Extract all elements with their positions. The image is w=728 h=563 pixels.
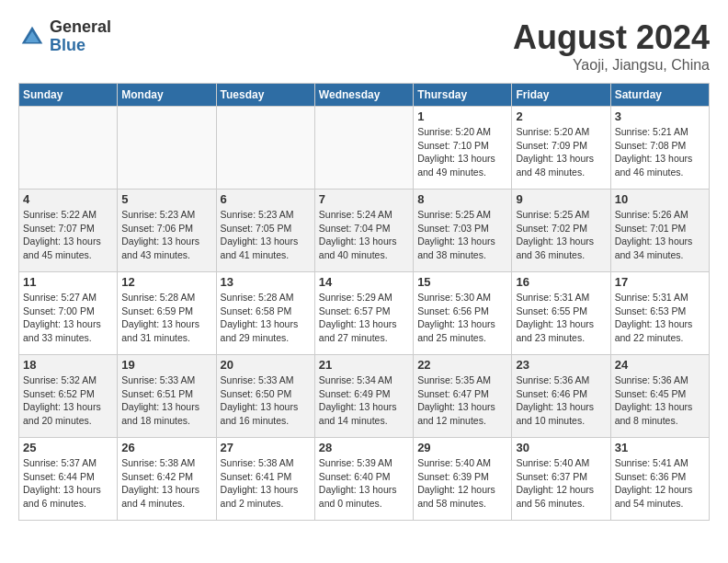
day-number: 14 bbox=[319, 275, 409, 289]
calendar-cell: 20Sunrise: 5:33 AM Sunset: 6:50 PM Dayli… bbox=[216, 355, 314, 438]
day-info: Sunrise: 5:34 AM Sunset: 6:49 PM Dayligh… bbox=[319, 373, 409, 428]
calendar-cell: 10Sunrise: 5:26 AM Sunset: 7:01 PM Dayli… bbox=[610, 190, 709, 272]
calendar-cell: 6Sunrise: 5:23 AM Sunset: 7:05 PM Daylig… bbox=[216, 190, 314, 272]
day-info: Sunrise: 5:25 AM Sunset: 7:02 PM Dayligh… bbox=[516, 208, 606, 262]
calendar-cell: 29Sunrise: 5:40 AM Sunset: 6:39 PM Dayli… bbox=[414, 438, 512, 521]
day-info: Sunrise: 5:31 AM Sunset: 6:53 PM Dayligh… bbox=[615, 291, 705, 345]
calendar-cell: 25Sunrise: 5:37 AM Sunset: 6:44 PM Dayli… bbox=[19, 438, 118, 521]
day-number: 1 bbox=[417, 109, 507, 123]
calendar-cell bbox=[314, 107, 413, 190]
weekday-header: Monday bbox=[118, 84, 216, 107]
day-info: Sunrise: 5:35 AM Sunset: 6:47 PM Dayligh… bbox=[417, 373, 507, 428]
calendar-cell: 17Sunrise: 5:31 AM Sunset: 6:53 PM Dayli… bbox=[610, 272, 709, 355]
day-number: 28 bbox=[319, 441, 409, 454]
weekday-header: Thursday bbox=[414, 84, 512, 107]
calendar-cell: 5Sunrise: 5:23 AM Sunset: 7:06 PM Daylig… bbox=[118, 190, 216, 272]
title-block: August 2024 Yaoji, Jiangsu, China bbox=[513, 18, 710, 74]
day-info: Sunrise: 5:39 AM Sunset: 6:40 PM Dayligh… bbox=[319, 456, 409, 511]
day-info: Sunrise: 5:20 AM Sunset: 7:10 PM Dayligh… bbox=[417, 125, 507, 179]
calendar-cell: 1Sunrise: 5:20 AM Sunset: 7:10 PM Daylig… bbox=[414, 107, 512, 190]
day-number: 7 bbox=[319, 192, 409, 206]
month-year: August 2024 bbox=[513, 18, 710, 57]
day-info: Sunrise: 5:24 AM Sunset: 7:04 PM Dayligh… bbox=[319, 208, 409, 262]
calendar-week-row: 11Sunrise: 5:27 AM Sunset: 7:00 PM Dayli… bbox=[19, 272, 710, 355]
day-info: Sunrise: 5:25 AM Sunset: 7:03 PM Dayligh… bbox=[417, 208, 507, 262]
calendar-cell: 26Sunrise: 5:38 AM Sunset: 6:42 PM Dayli… bbox=[118, 438, 216, 521]
calendar-week-row: 18Sunrise: 5:32 AM Sunset: 6:52 PM Dayli… bbox=[19, 355, 710, 438]
day-number: 17 bbox=[615, 275, 705, 289]
day-number: 30 bbox=[516, 441, 606, 454]
day-info: Sunrise: 5:23 AM Sunset: 7:05 PM Dayligh… bbox=[221, 208, 311, 262]
day-number: 5 bbox=[121, 192, 211, 206]
day-number: 31 bbox=[615, 441, 705, 454]
calendar-cell: 11Sunrise: 5:27 AM Sunset: 7:00 PM Dayli… bbox=[19, 272, 118, 355]
day-number: 22 bbox=[417, 358, 507, 372]
calendar-cell: 27Sunrise: 5:38 AM Sunset: 6:41 PM Dayli… bbox=[216, 438, 314, 521]
day-number: 13 bbox=[221, 275, 311, 289]
calendar-cell: 14Sunrise: 5:29 AM Sunset: 6:57 PM Dayli… bbox=[314, 272, 413, 355]
day-info: Sunrise: 5:28 AM Sunset: 6:58 PM Dayligh… bbox=[221, 291, 311, 345]
day-info: Sunrise: 5:41 AM Sunset: 6:36 PM Dayligh… bbox=[615, 456, 705, 511]
day-info: Sunrise: 5:21 AM Sunset: 7:08 PM Dayligh… bbox=[615, 125, 705, 179]
calendar-cell: 4Sunrise: 5:22 AM Sunset: 7:07 PM Daylig… bbox=[19, 190, 118, 272]
logo-icon bbox=[18, 23, 46, 51]
calendar-cell: 13Sunrise: 5:28 AM Sunset: 6:58 PM Dayli… bbox=[216, 272, 314, 355]
calendar-cell: 21Sunrise: 5:34 AM Sunset: 6:49 PM Dayli… bbox=[314, 355, 413, 438]
day-number: 24 bbox=[615, 358, 705, 372]
location: Yaoji, Jiangsu, China bbox=[513, 57, 710, 74]
day-number: 21 bbox=[319, 358, 409, 372]
calendar-cell: 18Sunrise: 5:32 AM Sunset: 6:52 PM Dayli… bbox=[19, 355, 118, 438]
day-number: 20 bbox=[221, 358, 311, 372]
day-info: Sunrise: 5:28 AM Sunset: 6:59 PM Dayligh… bbox=[121, 291, 211, 345]
day-info: Sunrise: 5:37 AM Sunset: 6:44 PM Dayligh… bbox=[23, 456, 113, 511]
day-number: 9 bbox=[516, 192, 606, 206]
logo-general: General bbox=[50, 18, 111, 37]
day-info: Sunrise: 5:40 AM Sunset: 6:39 PM Dayligh… bbox=[417, 456, 507, 511]
day-number: 10 bbox=[615, 192, 705, 206]
calendar-cell: 7Sunrise: 5:24 AM Sunset: 7:04 PM Daylig… bbox=[314, 190, 413, 272]
calendar-cell: 22Sunrise: 5:35 AM Sunset: 6:47 PM Dayli… bbox=[414, 355, 512, 438]
day-number: 23 bbox=[516, 358, 606, 372]
calendar-week-row: 1Sunrise: 5:20 AM Sunset: 7:10 PM Daylig… bbox=[19, 107, 710, 190]
calendar-cell: 2Sunrise: 5:20 AM Sunset: 7:09 PM Daylig… bbox=[512, 107, 610, 190]
calendar-cell: 30Sunrise: 5:40 AM Sunset: 6:37 PM Dayli… bbox=[512, 438, 610, 521]
day-info: Sunrise: 5:22 AM Sunset: 7:07 PM Dayligh… bbox=[23, 208, 113, 262]
calendar-cell: 24Sunrise: 5:36 AM Sunset: 6:45 PM Dayli… bbox=[610, 355, 709, 438]
day-info: Sunrise: 5:20 AM Sunset: 7:09 PM Dayligh… bbox=[516, 125, 606, 179]
calendar-cell: 3Sunrise: 5:21 AM Sunset: 7:08 PM Daylig… bbox=[610, 107, 709, 190]
calendar-week-row: 4Sunrise: 5:22 AM Sunset: 7:07 PM Daylig… bbox=[19, 190, 710, 272]
day-info: Sunrise: 5:38 AM Sunset: 6:41 PM Dayligh… bbox=[221, 456, 311, 511]
day-number: 4 bbox=[23, 192, 113, 206]
day-info: Sunrise: 5:36 AM Sunset: 6:46 PM Dayligh… bbox=[516, 373, 606, 428]
day-number: 25 bbox=[23, 441, 113, 454]
page-header: General Blue August 2024 Yaoji, Jiangsu,… bbox=[18, 18, 710, 74]
weekday-header: Saturday bbox=[610, 84, 709, 107]
day-info: Sunrise: 5:38 AM Sunset: 6:42 PM Dayligh… bbox=[121, 456, 211, 511]
day-info: Sunrise: 5:40 AM Sunset: 6:37 PM Dayligh… bbox=[516, 456, 606, 511]
calendar-cell: 19Sunrise: 5:33 AM Sunset: 6:51 PM Dayli… bbox=[118, 355, 216, 438]
calendar-cell bbox=[118, 107, 216, 190]
logo-text: General Blue bbox=[50, 18, 111, 55]
day-info: Sunrise: 5:33 AM Sunset: 6:50 PM Dayligh… bbox=[221, 373, 311, 428]
calendar-header-row: SundayMondayTuesdayWednesdayThursdayFrid… bbox=[19, 84, 710, 107]
calendar-cell: 12Sunrise: 5:28 AM Sunset: 6:59 PM Dayli… bbox=[118, 272, 216, 355]
calendar-cell: 9Sunrise: 5:25 AM Sunset: 7:02 PM Daylig… bbox=[512, 190, 610, 272]
day-info: Sunrise: 5:26 AM Sunset: 7:01 PM Dayligh… bbox=[615, 208, 705, 262]
calendar-cell bbox=[19, 107, 118, 190]
weekday-header: Tuesday bbox=[216, 84, 314, 107]
calendar-cell: 31Sunrise: 5:41 AM Sunset: 6:36 PM Dayli… bbox=[610, 438, 709, 521]
day-number: 12 bbox=[121, 275, 211, 289]
day-number: 15 bbox=[417, 275, 507, 289]
logo: General Blue bbox=[18, 18, 111, 55]
day-info: Sunrise: 5:29 AM Sunset: 6:57 PM Dayligh… bbox=[319, 291, 409, 345]
calendar-cell: 16Sunrise: 5:31 AM Sunset: 6:55 PM Dayli… bbox=[512, 272, 610, 355]
calendar-week-row: 25Sunrise: 5:37 AM Sunset: 6:44 PM Dayli… bbox=[19, 438, 710, 521]
day-number: 26 bbox=[121, 441, 211, 454]
calendar-cell: 28Sunrise: 5:39 AM Sunset: 6:40 PM Dayli… bbox=[314, 438, 413, 521]
weekday-header: Sunday bbox=[19, 84, 118, 107]
calendar-table: SundayMondayTuesdayWednesdayThursdayFrid… bbox=[18, 83, 710, 521]
weekday-header: Friday bbox=[512, 84, 610, 107]
day-number: 11 bbox=[23, 275, 113, 289]
day-info: Sunrise: 5:27 AM Sunset: 7:00 PM Dayligh… bbox=[23, 291, 113, 345]
day-number: 2 bbox=[516, 109, 606, 123]
